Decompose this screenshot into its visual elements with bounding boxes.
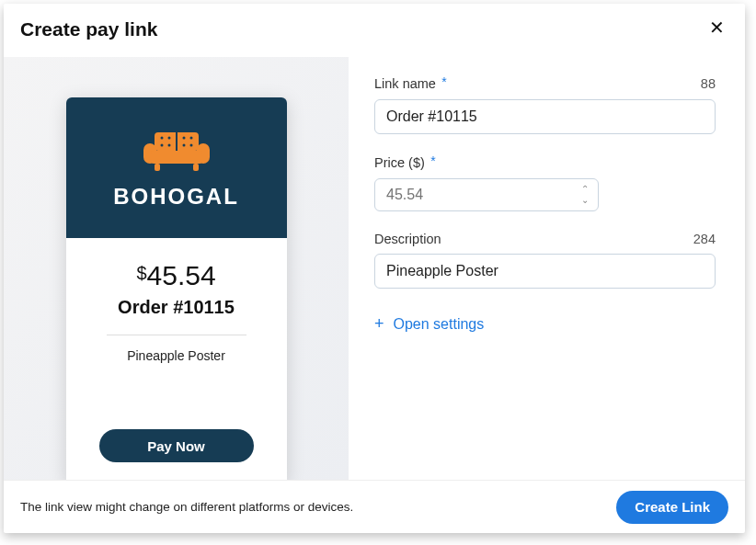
chevron-up-icon: ⌃ xyxy=(581,184,589,194)
create-pay-link-modal: Create pay link ✕ xyxy=(4,4,745,533)
price-stepper: ⌃ ⌄ xyxy=(577,178,593,211)
price-display: $45.54 xyxy=(85,260,269,291)
close-icon: ✕ xyxy=(709,17,725,38)
price-step-down[interactable]: ⌄ xyxy=(577,195,593,206)
paylink-preview-card: BOHOGAL $45.54 Order #10115 Pineapple Po… xyxy=(66,97,287,480)
modal-body: BOHOGAL $45.54 Order #10115 Pineapple Po… xyxy=(4,57,745,480)
price-field: Price ($) * ⌃ ⌄ xyxy=(374,154,716,211)
svg-point-12 xyxy=(182,143,185,146)
plus-icon: + xyxy=(374,314,384,334)
svg-point-9 xyxy=(189,136,192,139)
svg-rect-14 xyxy=(176,132,178,151)
card-body: $45.54 Order #10115 Pineapple Poster xyxy=(66,238,287,387)
required-asterisk: * xyxy=(430,153,435,168)
card-header: BOHOGAL xyxy=(66,97,287,238)
price-step-up[interactable]: ⌃ xyxy=(577,184,593,195)
svg-point-7 xyxy=(167,136,170,139)
currency-symbol: $ xyxy=(136,263,146,283)
open-settings-button[interactable]: + Open settings xyxy=(374,314,484,334)
couch-icon xyxy=(138,127,215,173)
close-button[interactable]: ✕ xyxy=(705,18,728,37)
divider xyxy=(107,335,246,335)
form-pane: Link name * 88 Price ($) * xyxy=(349,57,745,480)
create-link-button[interactable]: Create Link xyxy=(616,491,728,524)
chevron-down-icon: ⌄ xyxy=(581,195,589,205)
link-name-label: Link name xyxy=(374,76,436,91)
description-text: Pineapple Poster xyxy=(85,348,269,363)
link-name-field: Link name * 88 xyxy=(374,75,716,134)
svg-point-6 xyxy=(160,136,163,139)
svg-rect-5 xyxy=(193,164,199,171)
svg-rect-3 xyxy=(151,151,202,164)
required-asterisk: * xyxy=(441,74,446,89)
footer-note: The link view might change on different … xyxy=(20,500,353,514)
link-name-input[interactable] xyxy=(374,99,716,134)
description-input[interactable] xyxy=(374,254,716,289)
svg-point-11 xyxy=(167,143,170,146)
open-settings-label: Open settings xyxy=(394,316,485,333)
pay-now-button[interactable]: Pay Now xyxy=(99,429,254,462)
svg-point-10 xyxy=(160,143,163,146)
svg-point-8 xyxy=(182,136,185,139)
description-label: Description xyxy=(374,232,441,246)
price-label: Price ($) xyxy=(374,155,425,170)
modal-header: Create pay link ✕ xyxy=(4,4,745,57)
description-field: Description 284 xyxy=(374,232,716,289)
modal-footer: The link view might change on different … xyxy=(4,480,745,533)
svg-point-13 xyxy=(189,143,192,146)
preview-pane: BOHOGAL $45.54 Order #10115 Pineapple Po… xyxy=(4,57,349,480)
price-input[interactable] xyxy=(374,178,599,211)
brand-name: BOHOGAL xyxy=(113,184,239,210)
order-name: Order #10115 xyxy=(85,297,269,318)
modal-title: Create pay link xyxy=(20,18,157,40)
link-name-counter: 88 xyxy=(701,76,716,91)
svg-rect-4 xyxy=(155,164,160,171)
price-value: 45.54 xyxy=(147,260,216,290)
description-counter: 284 xyxy=(693,232,716,246)
